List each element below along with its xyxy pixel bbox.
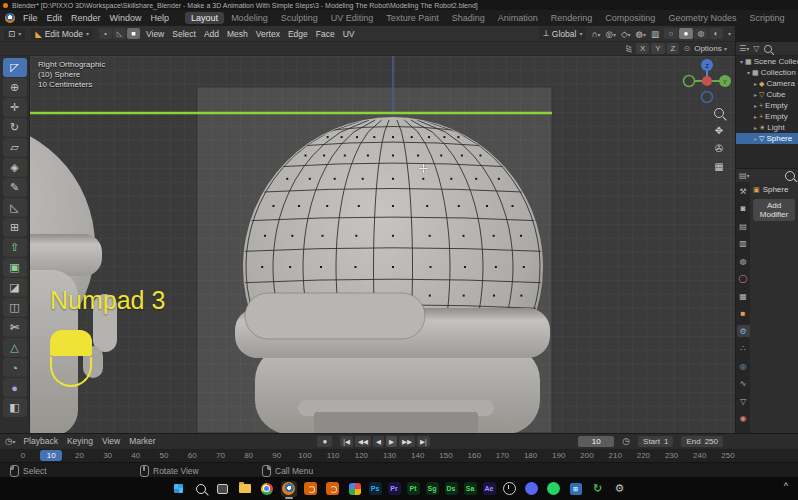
shading-rendered-icon[interactable]: ◐	[709, 28, 723, 39]
viewport-menu-view[interactable]: View	[146, 29, 164, 39]
outliner-item-scene-collection[interactable]: ▾▦Scene Collection	[736, 56, 798, 67]
outliner-editor-icon[interactable]: ☰▾	[739, 44, 749, 53]
taskbar-after-effects-icon[interactable]: Ae	[483, 482, 496, 495]
gizmo-y-neg-axis[interactable]	[684, 76, 695, 87]
mirror-axis-x[interactable]: X	[636, 43, 649, 54]
taskbar-pt-app-icon[interactable]: Pt	[407, 482, 420, 495]
select-mode-vertex-icon[interactable]: •	[99, 28, 112, 39]
timeline-menu-playback[interactable]: Playback	[23, 436, 58, 446]
properties-tab-active-tool[interactable]: ⚒	[737, 185, 750, 197]
expand-arrow[interactable]: ▸	[752, 102, 759, 109]
workspace-tab-modeling[interactable]: Modeling	[225, 12, 274, 24]
taskbar-explorer-icon[interactable]	[237, 481, 253, 497]
taskbar-sg-app-icon[interactable]: Sg	[426, 482, 439, 495]
outliner-search-icon[interactable]	[764, 45, 772, 53]
taskbar-photos-icon[interactable]	[347, 481, 363, 497]
end-frame-field[interactable]: End250	[681, 436, 723, 447]
menu-help[interactable]: Help	[151, 13, 170, 23]
taskbar-orange-app-2-icon[interactable]	[325, 481, 341, 497]
tool-measure[interactable]: ◺	[3, 198, 27, 217]
auto-keying-button[interactable]: ●	[317, 436, 332, 447]
mirror-axis-y[interactable]: Y	[651, 43, 664, 54]
properties-tab-object[interactable]: ■	[737, 308, 750, 320]
workspace-tab-[interactable]: +	[791, 12, 798, 24]
outliner-item-empty[interactable]: ▸+Empty	[736, 100, 798, 111]
zoom-icon[interactable]	[714, 108, 724, 118]
toggle-ortho-icon[interactable]: ▦	[714, 161, 723, 172]
tool-transform[interactable]: ◈	[3, 158, 27, 177]
tool-move[interactable]: ✛	[3, 98, 27, 117]
taskbar-blender-icon[interactable]	[281, 481, 297, 497]
snapping-icon[interactable]: ∩▾	[591, 29, 600, 39]
properties-tab-object-data[interactable]: ▽	[737, 395, 750, 407]
show-gizmo-icon[interactable]: ◇▾	[621, 29, 631, 39]
taskbar-sync-icon[interactable]: ↻	[590, 481, 606, 497]
taskbar-chrome-icon[interactable]	[259, 481, 275, 497]
taskbar-sa-app-icon[interactable]: Sa	[464, 482, 477, 495]
tool-inset-faces[interactable]: ▣	[3, 258, 27, 277]
tool-spin[interactable]: ◔	[3, 358, 27, 377]
expand-arrow[interactable]: ▸	[752, 135, 759, 142]
mode-select-button[interactable]: ◣ Edit Mode▾	[31, 28, 93, 40]
expand-arrow[interactable]: ▾	[745, 69, 752, 76]
show-overlays-icon[interactable]: ◍▾	[636, 29, 646, 39]
taskbar-photoshop-icon[interactable]: Ps	[369, 482, 382, 495]
viewport-menu-select[interactable]: Select	[172, 29, 196, 39]
workspace-tab-layout[interactable]: Layout	[185, 12, 224, 24]
viewport-canvas[interactable]: Right Orthographic (10) Sphere 10 Centim…	[30, 56, 735, 433]
workspace-tab-rendering[interactable]: Rendering	[545, 12, 599, 24]
timeline-menu-marker[interactable]: Marker	[129, 436, 155, 446]
properties-tab-physics[interactable]: ◎	[737, 360, 750, 372]
expand-arrow[interactable]: ▾	[738, 58, 745, 65]
play-button[interactable]: ▶	[386, 436, 397, 447]
properties-tab-collection[interactable]: ▦	[737, 290, 750, 302]
properties-tab-material[interactable]: ◉	[737, 413, 750, 425]
outliner-item-cube[interactable]: ▸▽Cube	[736, 89, 798, 100]
properties-tab-world[interactable]: ◯	[737, 273, 750, 285]
menu-edit[interactable]: Edit	[47, 13, 63, 23]
workspace-tab-texture-paint[interactable]: Texture Paint	[380, 12, 445, 24]
shading-material-icon[interactable]: ◍	[694, 28, 708, 39]
select-mode-edge-icon[interactable]: ◺	[113, 28, 126, 39]
blender-logo-icon[interactable]	[5, 13, 15, 23]
tool-extrude-region[interactable]: ⇧	[3, 238, 27, 257]
next-keyframe-button[interactable]: ▶▶	[399, 436, 415, 447]
properties-tab-constraints[interactable]: ∿	[737, 378, 750, 390]
workspace-tab-compositing[interactable]: Compositing	[599, 12, 661, 24]
taskbar-search-icon[interactable]	[193, 481, 209, 497]
snap-target-icon[interactable]: ⊙	[683, 44, 690, 53]
tool-loop-cut[interactable]: ◫	[3, 298, 27, 317]
properties-tab-particles[interactable]: ∴	[737, 343, 750, 355]
taskbar-task-view-icon[interactable]	[215, 481, 231, 497]
viewport-menu-face[interactable]: Face	[316, 29, 335, 39]
navigation-gizmo[interactable]: Z Y	[681, 56, 733, 106]
outliner-item-camera[interactable]: ▸◆Camera	[736, 78, 798, 89]
shading-dropdown-icon[interactable]: ▾	[728, 30, 731, 37]
outliner-item-collection[interactable]: ▾▦Collection	[736, 67, 798, 78]
tool-knife[interactable]: ✄	[3, 318, 27, 337]
shading-wireframe-icon[interactable]: ○	[664, 28, 678, 39]
play-reverse-button[interactable]: ◀	[373, 436, 384, 447]
tool-poly-build[interactable]: △	[3, 338, 27, 357]
select-mode-face-icon[interactable]: ■	[127, 28, 140, 39]
properties-tab-view-layer[interactable]: ▥	[737, 238, 750, 250]
expand-arrow[interactable]: ▸	[752, 113, 759, 120]
options-dropdown[interactable]: Options ▾	[694, 44, 727, 53]
workspace-tab-sculpting[interactable]: Sculpting	[275, 12, 324, 24]
taskbar-ds-app-icon[interactable]: Ds	[445, 482, 458, 495]
taskbar-orange-app-1-icon[interactable]	[303, 481, 319, 497]
viewport-menu-uv[interactable]: UV	[343, 29, 355, 39]
jump-end-button[interactable]: ▶|	[417, 436, 430, 447]
tool-edge-slide[interactable]: ◧	[3, 398, 27, 417]
menu-file[interactable]: File	[23, 13, 38, 23]
camera-view-icon[interactable]: ✇	[715, 143, 723, 154]
properties-tab-output[interactable]: ▤	[737, 220, 750, 232]
add-modifier-button[interactable]: Add Modifier	[753, 199, 795, 221]
tool-bevel[interactable]: ◪	[3, 278, 27, 297]
properties-tab-modifiers[interactable]: ⚙	[737, 325, 750, 337]
proportional-editing-icon[interactable]: ◎▾	[606, 29, 616, 39]
properties-editor-icon[interactable]: ▤▾	[739, 171, 750, 180]
timeline-menu-view[interactable]: View	[102, 436, 120, 446]
workspace-tab-geometry-nodes[interactable]: Geometry Nodes	[662, 12, 742, 24]
viewport-menu-add[interactable]: Add	[204, 29, 219, 39]
